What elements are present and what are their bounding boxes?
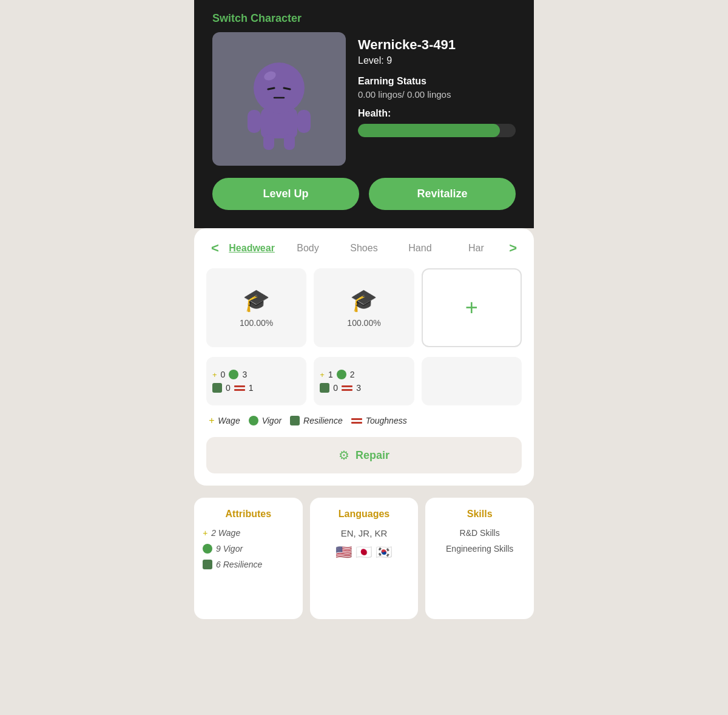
earning-value: 0.00 lingos/ 0.00 lingos [358, 89, 516, 100]
tab-har[interactable]: Har [448, 240, 504, 256]
languages-card[interactable]: Languages EN, JR, KR 🇺🇸 🇯🇵 🇰🇷 [310, 498, 419, 619]
stat-row-wage-1: + 0 3 [212, 370, 300, 379]
legend-resilience: Resilience [290, 416, 343, 425]
equipment-section: < Headwear Body Shoes Hand Har > 🎓 100.0… [194, 228, 534, 486]
legend-toughness-icon [351, 417, 362, 424]
repair-button[interactable]: ⚙ Repair [206, 437, 522, 473]
stats-grid: + 0 3 0 1 + [206, 357, 522, 405]
legend-vigor: Vigor [249, 416, 281, 425]
revitalize-button[interactable]: Revitalize [369, 178, 516, 210]
equipment-card-2[interactable]: 🎓 100.00% [314, 268, 414, 347]
svg-line-8 [284, 88, 290, 89]
tabs-row: < Headwear Body Shoes Hand Har > [206, 240, 522, 256]
character-level: Level: 9 [358, 55, 516, 66]
equipment-icon-2: 🎓 [350, 288, 377, 313]
top-section: Switch Character [194, 0, 534, 228]
stats-card-empty [422, 357, 522, 405]
legend-vigor-icon [249, 416, 258, 425]
attr-vigor-icon [203, 544, 212, 554]
attributes-title: Attributes [203, 509, 294, 520]
svg-line-7 [268, 88, 274, 89]
character-info: Wernicke-3-491 Level: 9 Earning Status 0… [358, 32, 516, 137]
switch-character-button[interactable]: Switch Character [212, 12, 516, 25]
skill-engineering: Engineering Skills [434, 544, 525, 554]
level-up-button[interactable]: Level Up [212, 178, 359, 210]
equipment-add-card[interactable]: + [422, 268, 522, 347]
action-buttons: Level Up Revitalize [212, 178, 516, 210]
attr-wage-icon: + [203, 528, 207, 538]
flag-jp: 🇯🇵 [356, 544, 372, 560]
tabs-right-arrow[interactable]: > [504, 240, 522, 256]
resilience-icon-2 [320, 383, 329, 393]
toughness-icon-1 [234, 384, 245, 391]
vigor-val-2: 2 [350, 370, 355, 379]
svg-point-5 [254, 63, 305, 114]
app-container: Switch Character [194, 0, 534, 619]
toughness-icon-2 [342, 384, 352, 391]
earning-status-label: Earning Status [358, 76, 516, 87]
attr-resilience-icon [203, 560, 212, 569]
toughness-val-2: 3 [356, 383, 361, 393]
skill-rnd: R&D Skills [434, 528, 525, 538]
legend-toughness: Toughness [351, 416, 407, 425]
legend-row: + Wage Vigor Resilience Toughness [206, 415, 522, 426]
equipment-card-1[interactable]: 🎓 100.00% [206, 268, 306, 347]
bottom-cards-grid: Attributes + 2 Wage 9 Vigor 6 Resilience… [194, 498, 534, 619]
skills-title: Skills [434, 509, 525, 520]
resilience-val-1: 0 [226, 383, 231, 393]
legend-wage-label: Wage [218, 416, 240, 425]
legend-resilience-icon [290, 416, 300, 425]
tabs-left-arrow[interactable]: < [206, 240, 224, 256]
health-bar-fill [358, 124, 500, 137]
legend-resilience-label: Resilience [303, 416, 343, 425]
svg-rect-1 [248, 110, 261, 133]
legend-wage: + Wage [209, 415, 240, 426]
wage-plus-icon: + [212, 370, 217, 379]
health-label: Health: [358, 108, 516, 119]
language-flags: 🇺🇸 🇯🇵 🇰🇷 [318, 544, 410, 560]
bottom-section: Attributes + 2 Wage 9 Vigor 6 Resilience… [194, 486, 534, 619]
legend-toughness-label: Toughness [366, 416, 407, 425]
repair-label: Repair [356, 449, 389, 462]
stat-row-res-1: 0 1 [212, 383, 300, 393]
stat-row-res-2: 0 3 [320, 383, 408, 393]
add-equipment-icon: + [465, 295, 478, 320]
wage-val-2: 1 [328, 370, 333, 379]
svg-rect-2 [297, 110, 311, 133]
vigor-icon-2 [337, 370, 346, 379]
tab-headwear[interactable]: Headwear [224, 240, 280, 256]
stat-row-wage-2: + 1 2 [320, 370, 408, 379]
character-avatar [212, 32, 346, 166]
wage-plus-icon-2: + [320, 370, 325, 379]
legend-vigor-label: Vigor [262, 416, 281, 425]
svg-rect-4 [284, 134, 295, 150]
vigor-icon-1 [229, 370, 238, 379]
language-codes: EN, JR, KR [318, 528, 410, 538]
resilience-icon-1 [212, 383, 222, 393]
svg-rect-3 [263, 134, 274, 150]
character-row: Wernicke-3-491 Level: 9 Earning Status 0… [212, 32, 516, 166]
attr-wage-value: 2 Wage [211, 528, 240, 538]
repair-gear-icon: ⚙ [339, 448, 349, 463]
equipment-icon-1: 🎓 [243, 288, 270, 313]
tab-body[interactable]: Body [280, 240, 335, 256]
equipment-pct-1: 100.00% [240, 318, 273, 328]
equipment-grid: 🎓 100.00% 🎓 100.00% + [206, 268, 522, 347]
attr-vigor-value: 9 Vigor [216, 544, 243, 554]
skills-card[interactable]: Skills R&D Skills Engineering Skills [425, 498, 534, 619]
attr-vigor: 9 Vigor [203, 544, 294, 554]
tab-shoes[interactable]: Shoes [336, 240, 392, 256]
character-name: Wernicke-3-491 [358, 37, 516, 53]
flag-us: 🇺🇸 [335, 544, 352, 560]
equipment-pct-2: 100.00% [347, 318, 380, 328]
attributes-card[interactable]: Attributes + 2 Wage 9 Vigor 6 Resilience [194, 498, 303, 619]
stats-card-1[interactable]: + 0 3 0 1 [206, 357, 306, 405]
wage-val-1: 0 [221, 370, 226, 379]
flag-kr: 🇰🇷 [376, 544, 392, 560]
stats-card-2[interactable]: + 1 2 0 3 [314, 357, 414, 405]
health-bar-background [358, 124, 516, 137]
tab-hand[interactable]: Hand [392, 240, 448, 256]
attr-resilience-value: 6 Resilience [216, 560, 262, 569]
legend-wage-icon: + [209, 415, 214, 426]
attr-resilience: 6 Resilience [203, 560, 294, 569]
